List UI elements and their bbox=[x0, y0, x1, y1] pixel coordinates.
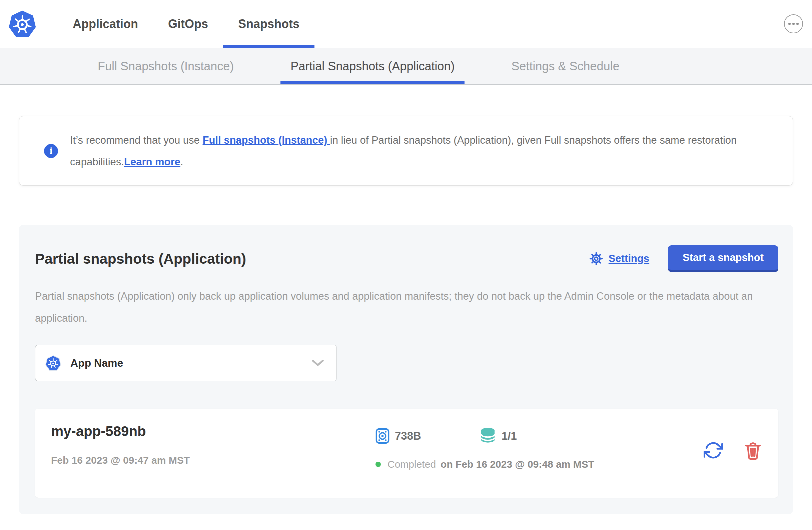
nav-application[interactable]: Application bbox=[58, 0, 153, 48]
partial-snapshots-panel: Partial snapshots (Application) Settings bbox=[19, 225, 793, 514]
snapshot-stats: 738B 1/1 bbox=[376, 427, 704, 445]
banner-text-segment: It’s recommend that you use bbox=[70, 134, 202, 146]
kubernetes-app-icon bbox=[45, 355, 61, 371]
ellipsis-icon bbox=[792, 23, 795, 25]
snapshot-status-line: Completed on Feb 16 2023 @ 09:48 am MST bbox=[376, 459, 704, 470]
snapshot-name: my-app-589nb bbox=[51, 423, 376, 439]
status-dot-icon bbox=[376, 462, 381, 467]
panel-header-actions: Settings Start a snapshot bbox=[589, 245, 778, 272]
info-icon: i bbox=[44, 144, 58, 158]
page-title: Partial snapshots (Application) bbox=[35, 251, 246, 267]
status-badge: Completed bbox=[388, 459, 436, 470]
nav-snapshots[interactable]: Snapshots bbox=[223, 0, 315, 48]
snapshot-size: 738B bbox=[395, 430, 421, 442]
panel-header: Partial snapshots (Application) Settings bbox=[35, 245, 778, 272]
full-snapshots-link[interactable]: Full snapshots (Instance) bbox=[202, 134, 330, 146]
database-icon bbox=[480, 427, 496, 444]
database-icon-wrap bbox=[480, 427, 496, 445]
snapshot-identity: my-app-589nb Feb 16 2023 @ 09:47 am MST bbox=[51, 423, 376, 498]
gear-icon[interactable] bbox=[589, 251, 604, 266]
snapshots-subnav: Full Snapshots (Instance) Partial Snapsh… bbox=[0, 48, 812, 85]
learn-more-link[interactable]: Learn more bbox=[124, 156, 180, 168]
volume-size-icon bbox=[376, 428, 390, 444]
tab-partial-snapshots[interactable]: Partial Snapshots (Application) bbox=[280, 48, 465, 84]
kubernetes-logo-icon bbox=[8, 10, 37, 38]
snapshot-volumes-count: 1/1 bbox=[502, 430, 517, 442]
more-menu-button[interactable] bbox=[784, 14, 803, 33]
app-name-value: App Name bbox=[70, 357, 123, 369]
banner-text: It’s recommend that you use Full snapsho… bbox=[70, 129, 763, 173]
info-banner: i It’s recommend that you use Full snaps… bbox=[19, 116, 793, 186]
trash-icon bbox=[744, 441, 762, 460]
snapshot-details: 738B 1/1 Completed on Feb 16 2023 @ 09:4… bbox=[376, 423, 704, 498]
app-name-dropdown[interactable]: App Name bbox=[35, 345, 337, 381]
nav-gitops[interactable]: GitOps bbox=[153, 0, 223, 48]
start-snapshot-button[interactable]: Start a snapshot bbox=[668, 245, 778, 272]
top-header: Application GitOps Snapshots bbox=[0, 0, 812, 48]
panel-description: Partial snapshots (Application) only bac… bbox=[35, 285, 772, 329]
dropdown-chevron-box[interactable] bbox=[299, 359, 336, 367]
ellipsis-icon bbox=[796, 23, 799, 25]
snapshot-finish-timestamp: on Feb 16 2023 @ 09:48 am MST bbox=[440, 459, 594, 470]
snapshot-start-timestamp: Feb 16 2023 @ 09:47 am MST bbox=[51, 455, 376, 466]
tab-full-snapshots[interactable]: Full Snapshots (Instance) bbox=[88, 48, 244, 84]
snapshot-actions bbox=[704, 441, 762, 460]
banner-text-segment: . bbox=[180, 156, 184, 168]
restore-icon bbox=[704, 441, 723, 460]
tab-settings-schedule[interactable]: Settings & Schedule bbox=[501, 48, 629, 84]
restore-snapshot-button[interactable] bbox=[704, 441, 723, 460]
delete-snapshot-button[interactable] bbox=[744, 441, 762, 460]
chevron-down-icon bbox=[311, 359, 324, 367]
top-nav: Application GitOps Snapshots bbox=[58, 0, 315, 48]
ellipsis-icon bbox=[788, 23, 791, 25]
settings-link[interactable]: Settings bbox=[609, 253, 649, 265]
snapshot-row: my-app-589nb Feb 16 2023 @ 09:47 am MST … bbox=[35, 409, 778, 498]
